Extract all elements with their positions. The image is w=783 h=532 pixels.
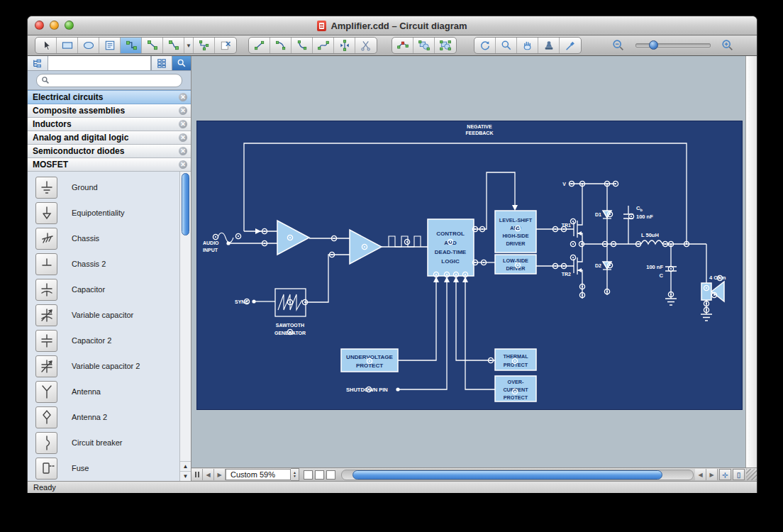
toolbar-edit-tools — [392, 37, 457, 54]
connection-point[interactable] — [570, 255, 575, 260]
diagram-page[interactable]: NEGATIVE FEEDBACK AUDIO INPUT — [196, 121, 743, 410]
component-variable-capacitor-2[interactable]: Variable capacitor 2 — [28, 353, 179, 379]
next-page-button[interactable]: ▶ — [214, 469, 226, 480]
inductor-coil[interactable] — [641, 240, 662, 244]
close-button[interactable] — [35, 21, 44, 30]
amplifier-1[interactable] — [277, 221, 309, 255]
direct-connector-tool-button[interactable] — [142, 38, 163, 53]
zoom-slider-track[interactable] — [635, 43, 711, 48]
component-chassis-2[interactable]: Chassis 2 — [28, 251, 179, 277]
close-library-icon[interactable]: ✕ — [179, 133, 187, 142]
category-mosfet[interactable]: MOSFET ✕ — [28, 158, 191, 172]
category-semiconductor-diodes[interactable]: Semiconductor diodes ✕ — [28, 145, 191, 158]
fit-page-button[interactable]: ⊹ — [719, 469, 731, 480]
component-equipotentiality[interactable]: Equipotentiality — [28, 200, 179, 226]
connector-tool-button[interactable] — [121, 38, 142, 53]
scroll-left-button[interactable]: ◀ — [695, 469, 706, 480]
arc-tool-button[interactable] — [270, 38, 291, 53]
view-mode-3-button[interactable] — [326, 470, 335, 480]
minimize-button[interactable] — [50, 21, 59, 30]
library-title-field[interactable] — [48, 56, 151, 70]
close-library-icon[interactable]: ✕ — [179, 106, 187, 115]
view-mode-1-button[interactable] — [304, 470, 313, 480]
scroll-up-button[interactable]: ▲ — [180, 461, 191, 471]
component-capacitor-2[interactable]: Capacitor 2 — [28, 328, 179, 353]
zoom-tool-button[interactable] — [496, 38, 517, 53]
close-library-icon[interactable]: ✕ — [179, 120, 187, 128]
close-library-icon[interactable]: ✕ — [179, 160, 187, 169]
tree-view-button[interactable] — [28, 56, 48, 70]
category-inductors[interactable]: Inductors ✕ — [28, 118, 191, 131]
ellipse-tool-button[interactable] — [78, 38, 99, 53]
zoom-button[interactable] — [65, 21, 74, 30]
component-circuit-breaker[interactable]: Circuit breaker — [28, 430, 179, 455]
title-bar[interactable]: Amplifier.cdd – Circuit diagram — [28, 16, 757, 35]
ungroup-icon — [439, 39, 452, 52]
ungroup-tool-button[interactable] — [435, 38, 456, 53]
library-search-button[interactable] — [172, 56, 191, 70]
speaker-horn[interactable] — [711, 282, 724, 301]
amplifier-2[interactable] — [350, 230, 382, 264]
vertical-scrollbar[interactable] — [745, 56, 757, 467]
eyedropper-tool-button[interactable] — [560, 38, 581, 53]
category-electrical-circuits[interactable]: Electrical circuits ✕ — [28, 90, 191, 104]
line-icon — [253, 39, 266, 52]
split-icon — [338, 39, 351, 52]
connection-point[interactable] — [570, 241, 575, 246]
pause-pages-button[interactable] — [191, 469, 203, 480]
magnifier-icon — [500, 39, 513, 52]
scrollbar-thumb[interactable] — [182, 173, 189, 235]
search-input[interactable] — [36, 74, 182, 87]
page-preview-button[interactable]: ▯ — [733, 469, 745, 480]
component-list-scrollbar[interactable]: ▲ ▼ — [179, 172, 191, 481]
zoom-stepper[interactable]: ▲▼ — [291, 468, 299, 481]
previous-page-button[interactable]: ◀ — [203, 469, 214, 480]
split-tool-button[interactable] — [334, 38, 355, 53]
zoom-out-icon[interactable] — [611, 38, 626, 52]
line-tool-button[interactable] — [249, 38, 270, 53]
scroll-right-button[interactable]: ▶ — [706, 469, 718, 480]
rectangle-tool-button[interactable] — [57, 38, 78, 53]
resize-grip[interactable] — [746, 469, 757, 480]
tree-connector-tool-button[interactable] — [194, 38, 215, 53]
close-library-icon[interactable]: ✕ — [179, 147, 187, 155]
connector-dropdown-button[interactable]: ▼ — [184, 38, 194, 53]
stamp-tool-button[interactable] — [538, 38, 560, 53]
drawing-area[interactable]: NEGATIVE FEEDBACK AUDIO INPUT — [191, 56, 745, 467]
horizontal-scrollbar[interactable] — [341, 470, 694, 480]
connection-point[interactable] — [235, 233, 240, 238]
component-antenna-2[interactable]: Antenna 2 — [28, 404, 179, 430]
delete-shape-button[interactable] — [215, 38, 236, 53]
scroll-down-button[interactable]: ▼ — [180, 471, 191, 481]
category-composite-assemblies[interactable]: Composite assemblies ✕ — [28, 104, 191, 118]
pointer-tool-button[interactable] — [35, 38, 57, 53]
horizontal-scroll-thumb[interactable] — [352, 470, 663, 480]
connection-point[interactable] — [404, 239, 409, 244]
component-capacitor[interactable]: Capacitor — [28, 277, 179, 302]
connection-point[interactable] — [570, 218, 575, 223]
component-variable-capacitor[interactable]: Variable capacitor — [28, 302, 179, 328]
view-mode-2-button[interactable] — [315, 470, 324, 480]
category-analog-digital-logic[interactable]: Analog and digital logic ✕ — [28, 131, 191, 145]
component-fuse[interactable]: Fuse — [28, 455, 179, 481]
component-antenna[interactable]: Antenna — [28, 379, 179, 404]
pan-tool-button[interactable] — [517, 38, 538, 53]
zoom-slider-knob[interactable] — [649, 40, 658, 50]
arc2-tool-button[interactable] — [291, 38, 313, 53]
component-chassis[interactable]: Chassis — [28, 226, 179, 251]
group-tool-button[interactable] — [413, 38, 435, 53]
text-tool-button[interactable] — [99, 38, 121, 53]
bezier-tool-button[interactable] — [313, 38, 334, 53]
zoom-value-box[interactable]: Custom 59% — [226, 469, 291, 480]
smart-connector-tool-button[interactable] — [163, 38, 184, 53]
component-ground[interactable]: Ground — [28, 174, 179, 200]
grid-view-button[interactable] — [151, 56, 172, 70]
reshape-tool-button[interactable] — [392, 38, 413, 53]
control-logic-box[interactable] — [428, 219, 474, 276]
rotate-tool-button[interactable] — [474, 38, 496, 53]
bootstrap-capacitor[interactable] — [623, 206, 633, 244]
zoom-in-icon[interactable] — [721, 38, 735, 52]
close-library-icon[interactable]: ✕ — [179, 93, 187, 101]
connection-point[interactable] — [213, 234, 218, 239]
scissors-tool-button[interactable] — [355, 38, 377, 53]
